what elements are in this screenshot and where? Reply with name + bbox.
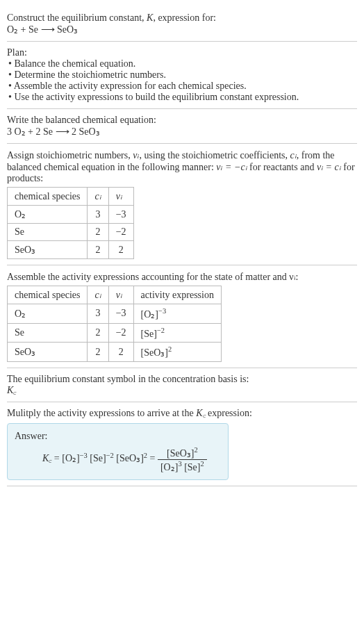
den-base: [O₂] <box>160 461 178 472</box>
num-base: [SeO₃] <box>167 448 194 459</box>
table-header: chemical species <box>8 286 88 304</box>
stoich-text: , using the stoichiometric coefficients, <box>139 150 290 160</box>
answer-label: Answer: <box>15 431 221 442</box>
expr-pow: −3 <box>158 307 166 315</box>
table-cell: SeO₃ <box>8 241 88 259</box>
expr-base: [O₂] <box>141 309 158 320</box>
answer-box: Answer: K꜀ = [O₂]−3 [Se]−2 [SeO₃]2 = [Se… <box>7 423 229 480</box>
den-base: [Se] <box>182 461 201 472</box>
table-row: SeO₃ 2 2 <box>8 241 134 259</box>
balanced-section: Write the balanced chemical equation: 3 … <box>7 109 357 144</box>
answer-term: [SeO₃] <box>114 453 144 463</box>
stoich-text: Assign stoichiometric numbers, <box>7 150 133 160</box>
expr-pow: 2 <box>168 345 172 353</box>
table-cell: O₂ <box>8 206 88 224</box>
den-pow: 2 <box>200 460 204 468</box>
intro-line1: Construct the equilibrium constant, <box>7 13 147 23</box>
stoich-section: Assign stoichiometric numbers, νᵢ, using… <box>7 144 357 265</box>
expr-base: [Se] <box>141 328 157 338</box>
symbol-title: The equilibrium constant symbol in the c… <box>7 374 357 385</box>
stoich-text: for reactants and <box>247 162 317 172</box>
activity-title: Assemble the activity expressions accoun… <box>7 271 357 283</box>
table-cell: O₂ <box>8 304 88 324</box>
table-row: SeO₃ 2 2 [SeO₃]2 <box>8 343 222 362</box>
table-row: Se 2 −2 <box>8 224 134 241</box>
table-cell: 2 <box>108 241 133 259</box>
balanced-title: Write the balanced chemical equation: <box>7 115 357 126</box>
intro-section: Construct the equilibrium constant, K, e… <box>7 7 357 42</box>
expr-base: [SeO₃] <box>141 347 168 358</box>
fraction-num: [SeO₃]2 <box>158 446 207 460</box>
table-cell: 2 <box>88 224 108 241</box>
table-cell: −2 <box>108 323 133 343</box>
answer-fraction: [SeO₃]2[O₂]3 [Se]2 <box>158 446 207 472</box>
table-row: Se 2 −2 [Se]−2 <box>8 323 222 343</box>
plan-title: Plan: <box>7 47 357 58</box>
table-cell: −3 <box>108 206 133 224</box>
intro-line1b: , expression for: <box>153 13 216 23</box>
table-header: chemical species <box>8 188 88 206</box>
intro-equation: O₂ + Se ⟶ SeO₃ <box>7 24 357 35</box>
stoich-table: chemical species cᵢ νᵢ O₂ 3 −3 Se 2 −2 S… <box>7 187 134 259</box>
answer-eq: = <box>147 453 158 463</box>
table-row: O₂ 3 −3 <box>8 206 134 224</box>
table-cell: [O₂]−3 <box>133 304 221 324</box>
symbol-Kc: K꜀ <box>7 385 357 396</box>
plan-item: • Assemble the activity expression for e… <box>7 81 357 92</box>
multiply-section: Mulitply the activity expressions to arr… <box>7 402 357 486</box>
answer-eq: = <box>51 453 62 463</box>
symbol-section: The equilibrium constant symbol in the c… <box>7 368 357 402</box>
answer-pow: −3 <box>80 452 88 459</box>
activity-table: chemical species cᵢ νᵢ activity expressi… <box>7 286 222 362</box>
table-header: activity expression <box>133 286 221 304</box>
table-cell: SeO₃ <box>8 343 88 362</box>
table-header-row: chemical species cᵢ νᵢ <box>8 188 134 206</box>
table-header: νᵢ <box>108 188 133 206</box>
table-cell: 3 <box>88 304 108 324</box>
multiply-text: expression: <box>206 408 252 418</box>
intro-K: K <box>147 13 153 23</box>
table-cell: −3 <box>108 304 133 324</box>
table-cell: [Se]−2 <box>133 323 221 343</box>
fraction-den: [O₂]3 [Se]2 <box>158 460 207 473</box>
plan-section: Plan: • Balance the chemical equation. •… <box>7 42 357 109</box>
table-cell: 3 <box>88 206 108 224</box>
stoich-ci: cᵢ <box>290 150 297 160</box>
table-cell: Se <box>8 224 88 241</box>
stoich-intro: Assign stoichiometric numbers, νᵢ, using… <box>7 149 357 184</box>
answer-expression: K꜀ = [O₂]−3 [Se]−2 [SeO₃]2 = [SeO₃]2[O₂]… <box>15 442 221 472</box>
table-header: cᵢ <box>88 188 108 206</box>
num-pow: 2 <box>194 446 197 454</box>
expr-pow: −2 <box>157 327 165 334</box>
activity-section: Assemble the activity expressions accoun… <box>7 265 357 368</box>
answer-Kc: K꜀ <box>42 453 51 463</box>
balanced-equation: 3 O₂ + 2 Se ⟶ 2 SeO₃ <box>7 126 357 138</box>
table-row: O₂ 3 −3 [O₂]−3 <box>8 304 222 324</box>
table-header: cᵢ <box>88 286 108 304</box>
table-cell: 2 <box>88 241 108 259</box>
table-header-row: chemical species cᵢ νᵢ activity expressi… <box>8 286 222 304</box>
multiply-text: Mulitply the activity expressions to arr… <box>7 408 196 418</box>
answer-term: [O₂] <box>62 453 79 463</box>
multiply-Kc: K꜀ <box>196 408 205 418</box>
intro-text: Construct the equilibrium constant, K, e… <box>7 13 357 24</box>
plan-item: • Use the activity expressions to build … <box>7 92 357 103</box>
answer-term: [Se] <box>88 453 106 463</box>
table-cell: 2 <box>108 343 133 362</box>
table-header: νᵢ <box>108 286 133 304</box>
multiply-title: Mulitply the activity expressions to arr… <box>7 408 357 419</box>
stoich-rule: νᵢ = −cᵢ <box>216 162 247 172</box>
plan-item: • Balance the chemical equation. <box>7 58 357 69</box>
table-cell: −2 <box>108 224 133 241</box>
table-cell: Se <box>8 323 88 343</box>
table-cell: 2 <box>88 343 108 362</box>
table-cell: [SeO₃]2 <box>133 343 221 362</box>
answer-pow: −2 <box>106 452 114 459</box>
table-cell: 2 <box>88 323 108 343</box>
plan-item: • Determine the stoichiometric numbers. <box>7 69 357 81</box>
stoich-rule: νᵢ = cᵢ <box>317 162 341 172</box>
